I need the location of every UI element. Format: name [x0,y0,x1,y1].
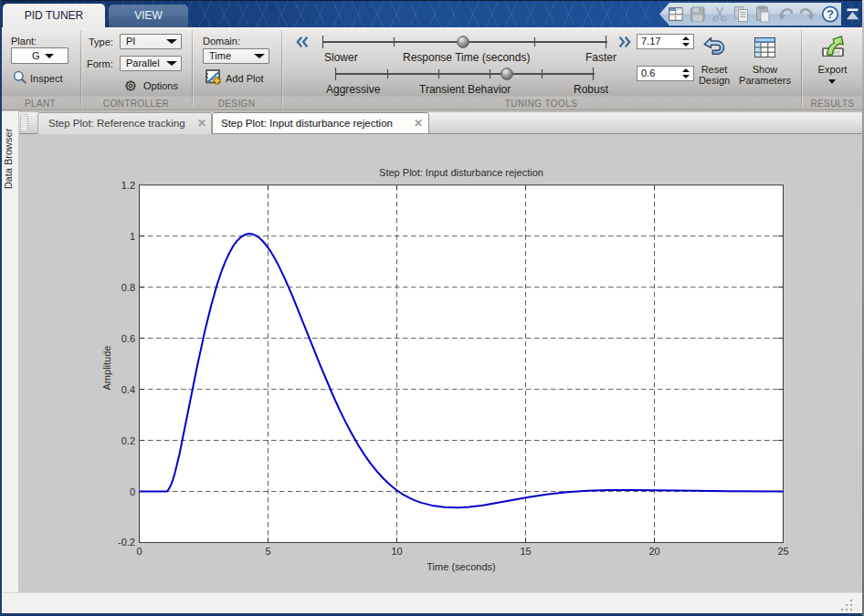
svg-text:0.8: 0.8 [121,282,135,293]
svg-text:Time (seconds): Time (seconds) [427,561,495,572]
svg-text:1.2: 1.2 [121,180,135,191]
svg-text:0: 0 [136,546,142,557]
svg-text:0: 0 [130,486,135,497]
svg-text:?: ? [827,7,834,21]
svg-text:10: 10 [391,546,402,557]
svg-text:0.6: 0.6 [121,333,135,344]
svg-text:20: 20 [648,546,659,557]
svg-text:Step Plot: Input disturbance r: Step Plot: Input disturbance rejection [379,167,543,178]
svg-text:15: 15 [520,546,531,557]
svg-text:5: 5 [265,546,270,557]
svg-text:0.4: 0.4 [121,384,135,395]
svg-text:Amplitude: Amplitude [101,346,112,391]
svg-text:-0.2: -0.2 [118,537,135,548]
svg-text:0.2: 0.2 [121,435,135,446]
svg-text:25: 25 [777,546,788,557]
svg-text:1: 1 [130,231,135,242]
